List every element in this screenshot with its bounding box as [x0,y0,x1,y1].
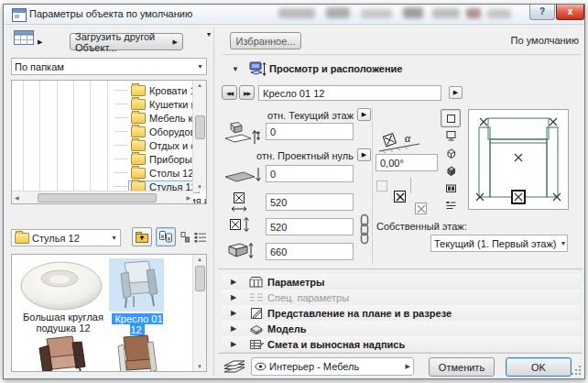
mirror-checkbox[interactable] [376,181,387,192]
scroll-left-icon[interactable]: ◀ [15,194,19,201]
eye-icon [255,362,267,371]
library-view-popup[interactable]: ▶ [14,30,45,49]
object-name-field[interactable]: Кресло 01 12 [258,85,441,101]
object-thumbnail-list[interactable]: Большая круглая подушка 12 Кресло 01 12 [11,254,207,372]
height-value: 660 [270,246,287,257]
parameters-icon [245,276,267,288]
chain-link-icon[interactable] [359,213,370,246]
tree-guide-line [23,81,24,191]
thumbnail-chair-selected[interactable] [109,258,164,312]
section-plan-section-representation[interactable]: ▶ Представление на плане и в разрезе [222,305,581,322]
view-description-button[interactable] [441,196,461,214]
background-blur-blob [487,9,511,18]
ok-button[interactable]: OK [506,357,572,377]
close-button[interactable]: x [556,5,584,20]
tree-item-krovati[interactable]: Кровати 12 [114,83,204,97]
scroll-up-icon[interactable]: ▲ [193,257,206,262]
folder-up-icon [136,231,149,243]
preview-positioning-icon [247,61,269,77]
tree-horizontal-scrollbar[interactable]: ◀ ▶ [12,191,193,203]
folder-icon [131,85,146,96]
view-details-button[interactable] [192,227,209,246]
view-3d-wireframe-button[interactable] [441,144,461,162]
prev-object-button[interactable]: ◀◀ [222,85,237,100]
anchor-toggle-active[interactable] [394,191,406,202]
depth-input[interactable]: 520 [266,218,354,235]
next-object-button[interactable]: ▶▶ [239,85,255,100]
scroll-down-icon[interactable]: ▼ [193,184,206,190]
current-folder-combobox[interactable]: Стулья 12 ▼ [11,229,121,246]
titlebar[interactable]: Параметры объекта по умолчанию ? x [4,5,584,25]
dropdown-arrow-icon: ▼ [193,63,203,70]
project-zero-icon [223,166,262,188]
expand-arrow-icon: ▶ [222,324,245,333]
view-3d-shaded-button[interactable] [441,161,461,180]
resize-grip[interactable] [571,365,582,376]
view-large-icons-button[interactable] [156,227,176,246]
tree-vertical-scrollbar[interactable]: ▲ ▼ [192,81,206,192]
default-state-label: По умолчанию [509,35,579,46]
anchor-toggle-inactive[interactable] [415,202,427,214]
scroll-up-icon[interactable]: ▲ [193,82,206,88]
chair-image-brown[interactable] [107,334,168,372]
chair-image-brown[interactable] [32,334,96,372]
rotation-angle-input[interactable]: 0,00° [376,154,438,171]
separator [222,54,581,55]
section-model[interactable]: ▶ Модель [222,321,581,337]
help-button[interactable]: ? [529,5,555,20]
favorites-button[interactable]: Избранное... [230,32,301,49]
layer-combobox[interactable]: Интерьер - Мебель ▶ [251,357,414,376]
preview-mode-toolbar [441,109,461,217]
tree-guide-line [57,81,58,191]
thumbnail-label: Кресло 01 12 [109,313,166,335]
section-title: Спец. параметры [267,292,349,303]
layer-name-value: Интерьер - Мебель [269,361,359,372]
library-folder-tree[interactable]: Кровати 12 Кушетки и дива Мебель кухонна… [11,80,207,204]
height-input[interactable]: 660 [266,243,354,260]
split-menu-arrow-icon[interactable]: ▾ [207,30,211,38]
scroll-right-icon[interactable]: ▶ [186,194,191,201]
object-name-value: Кресло 01 12 [263,88,324,99]
view-preview-picture-button[interactable] [441,179,461,197]
scrollbar-thumb[interactable] [195,266,205,291]
scroll-down-icon[interactable]: ▼ [193,364,206,369]
chair-plan-drawing [469,110,568,209]
app-window-icon [12,8,27,22]
listing-icon [245,338,267,350]
width-dimension-icon [231,192,249,215]
expand-arrow-icon: ▶ [222,340,245,348]
view-small-icons-button[interactable] [178,227,192,246]
relative-story-input[interactable]: 0 [266,123,354,140]
section-title: Модель [267,323,307,334]
scrollbar-thumb[interactable] [195,115,205,139]
background-blur-blob [403,7,423,18]
project-zero-flyout-button[interactable]: ▶ [357,148,371,161]
section-parameters[interactable]: ▶ Параметры [222,274,581,290]
folder-up-button[interactable] [132,227,152,246]
folder-icon [131,113,146,124]
view-front-button[interactable] [441,126,461,145]
relative-story-flyout-button[interactable]: ▶ [357,108,371,121]
background-blur-blob [466,8,481,18]
large-icons-icon [159,231,172,243]
flyout-arrow-icon: ▶ [173,38,178,46]
collapse-arrow-icon[interactable]: ▼ [223,65,247,73]
width-input[interactable]: 520 [266,193,354,211]
scrollbar-thumb[interactable] [38,193,157,202]
project-zero-input[interactable]: 0 [266,165,354,182]
thumbnail-vertical-scrollbar[interactable]: ▲ ▼ [192,255,206,371]
load-other-object-button[interactable]: Загрузить другой Объект... ▶ [70,33,183,50]
tree-item-stoly[interactable]: Столы 12 [114,166,196,180]
home-story-combobox[interactable]: Текущий (1. Первый этаж) ▼ [430,235,568,252]
folder-filter-combobox[interactable]: По папкам ▼ [11,58,207,75]
expand-arrow-icon: ▶ [222,309,245,317]
cancel-button[interactable]: Отменить [429,357,495,377]
object-menu-flyout-button[interactable]: ▶ [449,86,463,99]
load-other-object-label: Загрузить другой Объект... [75,31,173,53]
popup-arrow-icon: ▶ [38,38,42,46]
view-2d-symbol-button[interactable] [441,109,461,127]
section-preview-positioning[interactable]: ▼ Просмотр и расположение [223,60,579,78]
section-listing-labeling[interactable]: ▶ Смета и выносная надпись [222,336,581,353]
object-2d-preview[interactable] [468,109,569,210]
tree-guide-line [73,81,74,191]
